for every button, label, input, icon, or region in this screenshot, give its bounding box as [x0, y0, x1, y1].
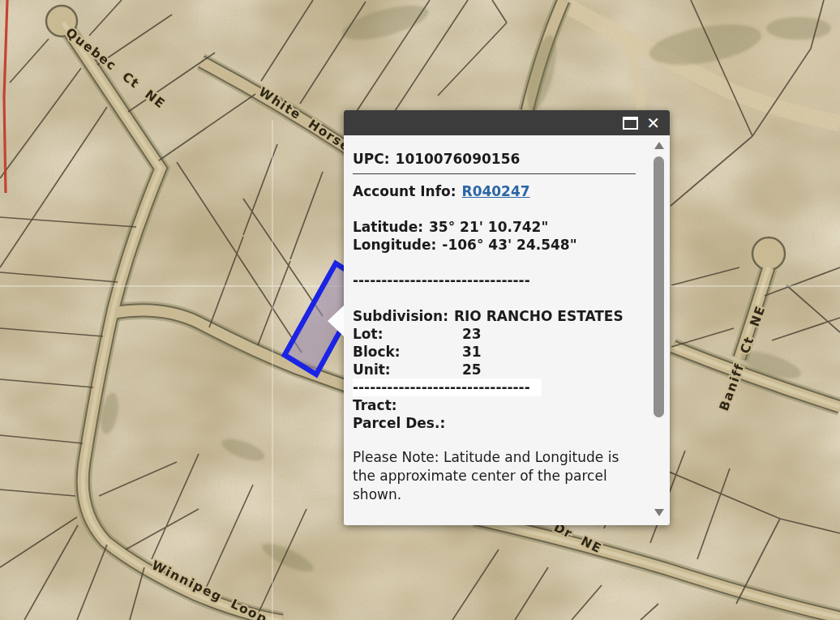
- lot-label: Lot:: [353, 325, 462, 343]
- lot-value: 23: [462, 326, 482, 342]
- gis-parcel-viewer: Quebec Ct NE White Horse Baniff Ct NE Wi…: [0, 0, 840, 620]
- close-icon[interactable]: ✕: [646, 115, 660, 131]
- upc-value: 1010076090156: [396, 151, 521, 167]
- maximize-icon[interactable]: [623, 117, 638, 130]
- tract-label: Tract:: [353, 397, 397, 413]
- account-row: Account Info:R040247: [353, 182, 636, 200]
- popup-scrollbar[interactable]: [654, 135, 665, 525]
- account-label: Account Info:: [353, 183, 456, 199]
- latitude-label: Latitude:: [353, 219, 423, 235]
- popup-pointer: [328, 306, 344, 336]
- unit-label: Unit:: [353, 361, 462, 378]
- longitude-value: -106° 43' 24.548": [442, 237, 576, 253]
- scroll-thumb[interactable]: [654, 156, 664, 417]
- scroll-down-arrow[interactable]: [654, 509, 664, 516]
- subdivision-label: Subdivision:: [353, 308, 448, 324]
- block-row: Block:31: [353, 343, 636, 361]
- block-value: 31: [462, 344, 482, 360]
- dashed-divider-text: -------------------------------: [353, 378, 542, 396]
- account-link[interactable]: R040247: [462, 183, 530, 199]
- dashed-divider-highlighted: -------------------------------: [353, 378, 636, 396]
- parcel-des-row: Parcel Des.:: [353, 414, 636, 432]
- longitude-row: Longitude:-106° 43' 24.548": [353, 236, 636, 254]
- parcel-info-popup: ✕ UPC:1010076090156 Account Info:R040247…: [344, 110, 670, 525]
- popup-titlebar[interactable]: ✕: [344, 110, 670, 135]
- latitude-value: 35° 21' 10.742": [429, 219, 548, 235]
- upc-label: UPC:: [353, 151, 390, 167]
- scroll-up-arrow[interactable]: [654, 142, 664, 149]
- parcel-des-label: Parcel Des.:: [353, 415, 445, 431]
- lot-row: Lot:23: [353, 325, 636, 343]
- unit-row: Unit:25: [353, 361, 636, 378]
- dashed-divider: -------------------------------: [353, 272, 636, 289]
- popup-body: UPC:1010076090156 Account Info:R040247 L…: [344, 135, 670, 525]
- upc-row: UPC:1010076090156: [353, 150, 636, 168]
- subdivision-value: RIO RANCHO ESTATES: [454, 308, 624, 324]
- block-label: Block:: [353, 343, 462, 361]
- unit-value: 25: [462, 361, 482, 378]
- note-text: Please Note: Latitude and Longitude is t…: [353, 448, 638, 504]
- tract-row: Tract:: [353, 396, 636, 414]
- cul-de-sac-baniff: [752, 237, 785, 270]
- latitude-row: Latitude:35° 21' 10.742": [353, 218, 636, 236]
- subdivision-row: Subdivision:RIO RANCHO ESTATES: [353, 307, 636, 325]
- longitude-label: Longitude:: [353, 237, 436, 253]
